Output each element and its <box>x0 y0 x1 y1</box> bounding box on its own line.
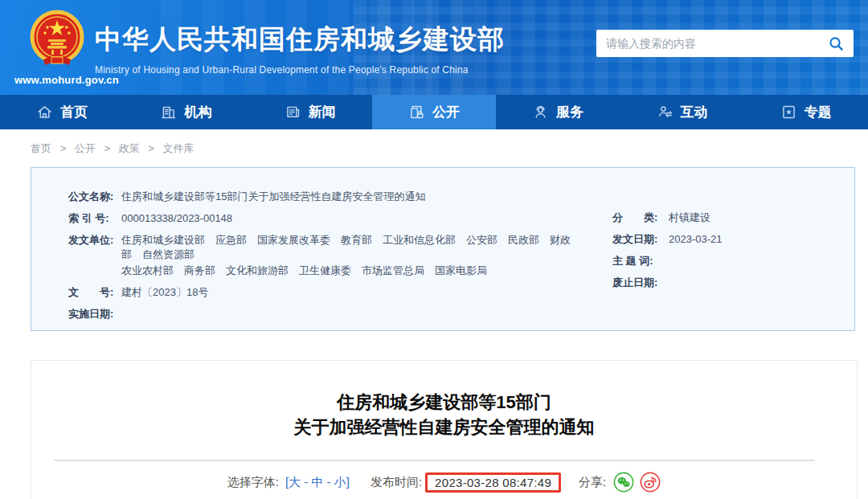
nav-label: 专题 <box>805 103 832 121</box>
breadcrumb-disclosure[interactable]: 公开 <box>75 142 96 154</box>
search-icon[interactable] <box>828 35 844 51</box>
info-value: 住房和城乡建设部 应急部 国家发展改革委 教育部 工业和信息化部 公安部 民政部… <box>121 233 588 262</box>
page: www.mohurd.gov.cn 中华人民共和国住房和城乡建设部 Minist… <box>0 0 868 499</box>
home-icon <box>36 104 53 121</box>
share-label: 分享: <box>579 475 606 490</box>
nav-item-interaction[interactable]: 互动 <box>620 95 743 129</box>
nav-item-news[interactable]: 新闻 <box>248 95 372 129</box>
article-title: 住房和城乡建设部等15部门 关于加强经营性自建房安全管理的通知 <box>31 390 857 440</box>
info-value: 建村〔2023〕18号 <box>121 285 208 300</box>
service-person-icon <box>532 104 549 121</box>
font-size-separator: - <box>323 475 334 489</box>
breadcrumb-separator: > <box>104 142 110 154</box>
info-label: 公文名称: <box>68 190 121 204</box>
publish-time-label: 发布时间: <box>371 475 422 490</box>
info-label: 发文单位: <box>68 233 121 262</box>
info-label: 发文日期: <box>612 232 669 247</box>
nav-label: 新闻 <box>309 103 336 121</box>
search-box <box>596 30 854 57</box>
document-info-card: 公文名称: 住房和城乡建设部等15部门关于加强经营性自建房安全管理的通知 索 引… <box>31 167 855 331</box>
main-nav: 首页 机构 新闻 公开 服务 <box>0 95 868 129</box>
info-value: 住房和城乡建设部等15部门关于加强经营性自建房安全管理的通知 <box>121 190 425 204</box>
info-label: 分 类: <box>612 211 669 225</box>
breadcrumb-home[interactable]: 首页 <box>31 142 51 154</box>
building-icon <box>160 104 177 121</box>
info-label: 索 引 号: <box>68 211 121 226</box>
info-row-repeal-date: 废止日期: <box>612 276 723 290</box>
document-lock-icon <box>408 104 425 121</box>
publish-time-value-highlighted: 2023-03-28 08:47:49 <box>425 472 561 493</box>
site-title-english: Ministry of Housing and Urban-Rural Deve… <box>95 64 505 76</box>
font-size-separator: - <box>301 475 311 489</box>
article-meta-bar: 选择字体: [大 - 中 - 小] 发布时间: 2023-03-28 08:47… <box>31 472 857 493</box>
search-input[interactable] <box>606 37 828 50</box>
star-badge-icon <box>780 104 797 121</box>
weibo-share-icon[interactable] <box>640 472 661 493</box>
font-size-small[interactable]: 小 <box>334 475 346 489</box>
site-title-chinese: 中华人民共和国住房和城乡建设部 <box>95 22 505 58</box>
nav-item-services[interactable]: 服务 <box>496 95 620 129</box>
breadcrumb-policy[interactable]: 政策 <box>119 142 140 154</box>
article-card: 住房和城乡建设部等15部门 关于加强经营性自建房安全管理的通知 选择字体: [大… <box>31 360 858 499</box>
info-label: 实施日期: <box>68 307 121 321</box>
person-arrows-icon <box>657 104 674 121</box>
info-row-issue-date: 发文日期: 2023-03-21 <box>612 232 723 247</box>
newspaper-icon <box>285 104 301 121</box>
national-emblem-logo <box>27 10 87 71</box>
wechat-share-icon[interactable] <box>613 472 634 493</box>
font-selector: [大 - 中 - 小] <box>285 475 350 490</box>
font-size-large[interactable]: 大 <box>289 475 301 489</box>
info-value: 村镇建设 <box>669 211 710 225</box>
info-label: 文 号: <box>68 285 121 300</box>
nav-item-topics[interactable]: 专题 <box>744 95 868 129</box>
title-divider <box>54 460 815 461</box>
nav-item-organization[interactable]: 机构 <box>124 95 248 129</box>
nav-label: 互动 <box>681 103 708 121</box>
info-row-subject-words: 主 题 词: <box>612 254 723 268</box>
site-url-text: www.mohurd.gov.cn <box>14 74 113 86</box>
breadcrumb: 首页 > 公开 > 政策 > 文件库 <box>0 129 868 157</box>
nav-label: 首页 <box>60 103 88 121</box>
info-row-doc-name: 公文名称: 住房和城乡建设部等15部门关于加强经营性自建房安全管理的通知 <box>68 190 837 204</box>
font-selector-label: 选择字体: <box>227 475 279 490</box>
nav-label: 机构 <box>184 103 211 121</box>
info-value: 2023-03-21 <box>669 232 723 247</box>
breadcrumb-library[interactable]: 文件库 <box>163 142 194 154</box>
document-info-right-column: 分 类: 村镇建设 发文日期: 2023-03-21 主 题 词: 废止日期: <box>612 211 723 297</box>
info-label: 废止日期: <box>612 276 669 290</box>
info-row-category: 分 类: 村镇建设 <box>612 211 723 225</box>
nav-label: 公开 <box>432 103 460 121</box>
info-value: 农业农村部 商务部 文化和旅游部 卫生健康委 市场监管总局 国家电影局 <box>121 264 487 278</box>
nav-item-disclosure[interactable]: 公开 <box>372 95 496 129</box>
nav-label: 服务 <box>556 103 583 121</box>
share-icons <box>613 472 661 493</box>
nav-item-home[interactable]: 首页 <box>0 95 124 129</box>
article-title-line1: 住房和城乡建设部等15部门 <box>31 390 857 415</box>
info-label <box>68 264 121 278</box>
info-row-effective-date: 实施日期: <box>68 307 837 321</box>
breadcrumb-separator: > <box>60 142 67 154</box>
site-title-block: 中华人民共和国住房和城乡建设部 Ministry of Housing and … <box>95 22 505 76</box>
font-size-medium[interactable]: 中 <box>311 475 323 489</box>
info-label: 主 题 词: <box>612 254 669 268</box>
breadcrumb-separator: > <box>148 142 154 154</box>
site-header: www.mohurd.gov.cn 中华人民共和国住房和城乡建设部 Minist… <box>0 0 868 95</box>
bracket-close: ] <box>346 475 350 489</box>
info-value: 000013338/2023-00148 <box>121 211 232 226</box>
article-title-line2: 关于加强经营性自建房安全管理的通知 <box>31 415 857 440</box>
